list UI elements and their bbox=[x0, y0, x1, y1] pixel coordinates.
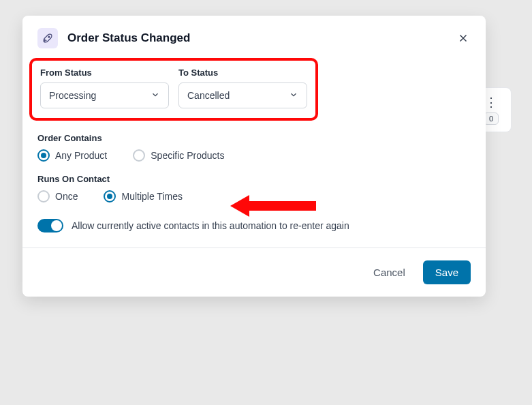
radio-icon bbox=[104, 190, 116, 202]
reenter-toggle[interactable] bbox=[37, 219, 63, 232]
svg-point-0 bbox=[48, 36, 50, 38]
to-status-value: Cancelled bbox=[187, 90, 230, 101]
order-contains-options: Any Product Specific Products bbox=[37, 149, 471, 162]
from-status-select[interactable]: Processing bbox=[40, 82, 169, 108]
reenter-toggle-label: Allow currently active contacts in this … bbox=[72, 220, 349, 231]
radio-icon bbox=[37, 149, 50, 162]
radio-icon bbox=[133, 149, 145, 162]
radio-specific-products[interactable]: Specific Products bbox=[133, 149, 224, 162]
rocket-icon bbox=[37, 28, 58, 48]
radio-once[interactable]: Once bbox=[37, 190, 78, 202]
radio-label: Any Product bbox=[55, 150, 107, 161]
modal-footer: Cancel Save bbox=[22, 247, 486, 297]
modal-title: Order Status Changed bbox=[67, 31, 456, 45]
save-button[interactable]: Save bbox=[423, 260, 471, 284]
close-icon[interactable] bbox=[456, 31, 471, 46]
from-status-label: From Status bbox=[40, 68, 169, 78]
from-status-field: From Status Processing bbox=[40, 68, 169, 108]
modal-body: From Status Processing To Status Cancell… bbox=[22, 58, 486, 247]
modal-header: Order Status Changed bbox=[22, 16, 486, 58]
status-selectors-highlight: From Status Processing To Status Cancell… bbox=[29, 58, 318, 121]
order-status-changed-modal: Order Status Changed From Status Process… bbox=[22, 16, 486, 297]
runs-on-contact-label: Runs On Contact bbox=[37, 174, 471, 184]
order-contains-label: Order Contains bbox=[37, 133, 471, 143]
to-status-select[interactable]: Cancelled bbox=[178, 82, 307, 108]
chevron-down-icon bbox=[289, 90, 298, 102]
reenter-toggle-row: Allow currently active contacts in this … bbox=[37, 219, 471, 232]
radio-label: Specific Products bbox=[151, 150, 224, 161]
to-status-field: To Status Cancelled bbox=[178, 68, 307, 108]
runs-on-contact-options: Once Multiple Times bbox=[37, 190, 471, 202]
count-badge: 0 bbox=[484, 112, 499, 125]
radio-label: Once bbox=[55, 191, 78, 202]
radio-any-product[interactable]: Any Product bbox=[37, 149, 107, 162]
radio-label: Multiple Times bbox=[121, 191, 182, 202]
to-status-label: To Status bbox=[178, 68, 307, 78]
from-status-value: Processing bbox=[49, 90, 96, 101]
kebab-menu-icon[interactable]: ⋮ bbox=[485, 95, 497, 110]
chevron-down-icon bbox=[151, 90, 160, 102]
cancel-button[interactable]: Cancel bbox=[368, 262, 411, 282]
radio-multiple-times[interactable]: Multiple Times bbox=[104, 190, 182, 202]
radio-icon bbox=[37, 190, 50, 202]
